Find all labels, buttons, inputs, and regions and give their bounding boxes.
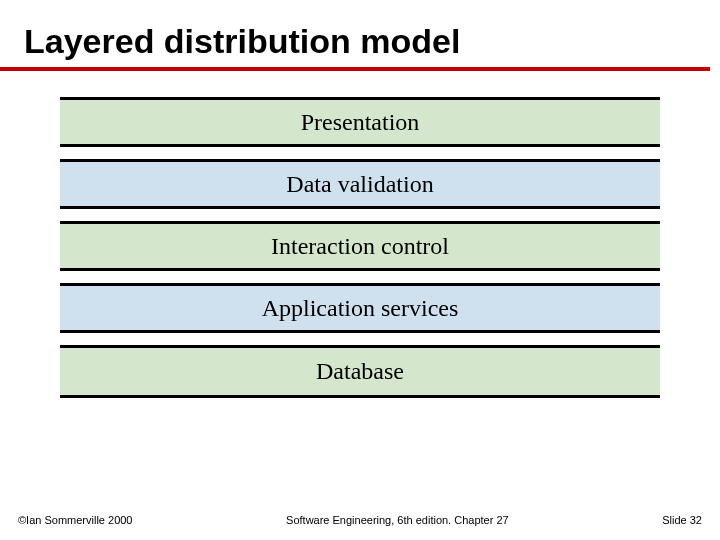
layer-database: Database	[60, 348, 660, 395]
layer-gap	[60, 333, 660, 348]
footer: ©Ian Sommerville 2000 Software Engineeri…	[0, 514, 720, 526]
layer-gap	[60, 271, 660, 286]
layer-data-validation: Data validation	[60, 162, 660, 209]
layer-presentation: Presentation	[60, 100, 660, 147]
layer-application-services: Application services	[60, 286, 660, 333]
slide-title: Layered distribution model	[0, 0, 710, 71]
footer-slide-number: Slide 32	[662, 514, 702, 526]
layer-gap	[60, 147, 660, 162]
footer-copyright: ©Ian Sommerville 2000	[18, 514, 133, 526]
layer-interaction-control: Interaction control	[60, 224, 660, 271]
footer-chapter: Software Engineering, 6th edition. Chapt…	[286, 514, 509, 526]
layer-gap	[60, 209, 660, 224]
layered-diagram: Presentation Data validation Interaction…	[60, 97, 660, 398]
